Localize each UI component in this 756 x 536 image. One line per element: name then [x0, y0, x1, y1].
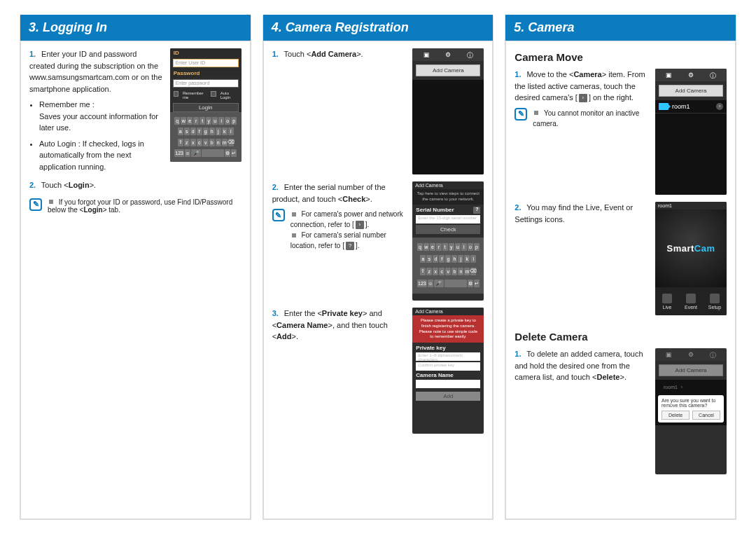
key-⇧[interactable]: ⇧	[178, 139, 183, 146]
key-n[interactable]: n	[458, 268, 463, 275]
key-o[interactable]: o	[225, 117, 230, 125]
key-↵[interactable]: ↵	[474, 280, 479, 287]
key-w[interactable]: w	[424, 243, 429, 251]
key-p[interactable]: p	[231, 117, 237, 125]
key-j[interactable]: j	[216, 128, 221, 135]
pk-input2[interactable]: Confirm private key	[416, 362, 480, 371]
key-u[interactable]: u	[212, 117, 218, 125]
key-⚙[interactable]: ⚙	[468, 280, 473, 287]
key-t[interactable]: t	[442, 243, 448, 251]
key-e[interactable]: e	[430, 243, 435, 251]
key-c[interactable]: c	[439, 268, 444, 275]
serial-input[interactable]: Enter the 15-digit serial number	[416, 215, 480, 224]
key-　[interactable]	[202, 149, 224, 157]
key-h[interactable]: h	[209, 128, 215, 135]
key-q[interactable]: q	[417, 243, 423, 251]
key-⌫[interactable]: ⌫	[228, 139, 234, 146]
key-z[interactable]: z	[426, 268, 432, 275]
delete-button[interactable]: Delete	[662, 411, 690, 420]
key-f[interactable]: f	[439, 255, 444, 263]
pk-input1[interactable]: Enter 1~8 alphanumeric characters.	[416, 352, 480, 361]
key-k[interactable]: k	[222, 128, 227, 135]
camera-row-room1[interactable]: room1 ›	[655, 100, 727, 114]
key-d[interactable]: d	[433, 255, 438, 263]
keyboard[interactable]: qwertyuiop asdfghjkl ⇧zxcvbnm⌫ 123☺🎤⚙↵	[412, 238, 484, 294]
camera-tab-icon[interactable]: ▣	[423, 51, 430, 58]
key-123[interactable]: 123	[174, 149, 184, 157]
key-x[interactable]: x	[190, 139, 196, 146]
key-n[interactable]: n	[216, 139, 221, 146]
keyboard[interactable]: qwertyuiop asdfghjkl ⇧zxcvbnm⌫ 123☺🎤⚙↵	[170, 112, 241, 162]
chevron-right-icon[interactable]: ›	[716, 103, 723, 110]
key-　[interactable]	[444, 280, 467, 287]
key-123[interactable]: 123	[417, 280, 427, 287]
key-⚙[interactable]: ⚙	[225, 149, 230, 157]
key-⌫[interactable]: ⌫	[470, 268, 476, 275]
key-s[interactable]: s	[184, 128, 190, 135]
key-i[interactable]: i	[218, 117, 224, 125]
checkbox-auto[interactable]	[211, 91, 216, 97]
key-🎤[interactable]: 🎤	[191, 149, 201, 157]
key-v[interactable]: v	[203, 139, 209, 146]
cn-input[interactable]	[416, 380, 480, 388]
ss-id-input[interactable]: Enter User ID	[173, 59, 239, 67]
checkbox-remember[interactable]	[174, 91, 178, 97]
key-o[interactable]: o	[468, 243, 473, 251]
camera-tab-icon[interactable]: ▣	[666, 71, 673, 78]
key-p[interactable]: p	[474, 243, 479, 251]
key-s[interactable]: s	[426, 255, 432, 263]
key-m[interactable]: m	[222, 139, 227, 146]
key-g[interactable]: g	[445, 255, 451, 263]
key-l[interactable]: l	[228, 128, 234, 135]
key-q[interactable]: q	[174, 117, 180, 125]
key-w[interactable]: w	[181, 117, 186, 125]
key-i[interactable]: i	[461, 243, 467, 251]
gear-icon[interactable]: ⚙	[444, 51, 451, 58]
add-camera-button[interactable]: Add Camera	[659, 85, 723, 97]
gear-icon[interactable]: ⚙	[687, 71, 694, 78]
key-y[interactable]: y	[206, 117, 211, 125]
key-b[interactable]: b	[451, 268, 457, 275]
step-number: 2.	[514, 202, 524, 214]
key-c[interactable]: c	[197, 139, 202, 146]
key-z[interactable]: z	[184, 139, 190, 146]
key-v[interactable]: v	[445, 268, 451, 275]
login-button[interactable]: Login	[173, 103, 239, 112]
key-⇧[interactable]: ⇧	[420, 268, 426, 275]
key-l[interactable]: l	[470, 255, 476, 263]
key-g[interactable]: g	[203, 128, 209, 135]
key-x[interactable]: x	[433, 268, 438, 275]
info-icon[interactable]: ⓘ	[467, 51, 474, 58]
cancel-button[interactable]: Cancel	[692, 411, 720, 420]
key-t[interactable]: t	[200, 117, 205, 125]
key-f[interactable]: f	[197, 128, 202, 135]
key-u[interactable]: u	[455, 243, 461, 251]
key-b[interactable]: b	[209, 139, 215, 146]
key-m[interactable]: m	[464, 268, 470, 275]
key-☺[interactable]: ☺	[185, 149, 190, 157]
key-e[interactable]: e	[187, 117, 192, 125]
key-k[interactable]: k	[464, 255, 470, 263]
setup-tab[interactable]: Setup	[703, 287, 727, 315]
key-y[interactable]: y	[449, 243, 454, 251]
key-r[interactable]: r	[436, 243, 442, 251]
ss-topmsg[interactable]: Tap here to view steps to connect the ca…	[412, 189, 484, 205]
key-h[interactable]: h	[451, 255, 457, 263]
key-☺[interactable]: ☺	[428, 280, 433, 287]
key-a[interactable]: a	[420, 255, 426, 263]
key-r[interactable]: r	[193, 117, 199, 125]
key-🎤[interactable]: 🎤	[434, 280, 444, 287]
key-a[interactable]: a	[178, 128, 183, 135]
key-j[interactable]: j	[458, 255, 463, 263]
live-tab[interactable]: Live	[655, 287, 679, 315]
key-↵[interactable]: ↵	[231, 149, 237, 157]
ss-id-label: ID	[170, 48, 241, 57]
check-button[interactable]: Check	[416, 225, 480, 234]
add-camera-button[interactable]: Add Camera	[416, 64, 480, 76]
info-icon[interactable]: ⓘ	[709, 71, 716, 78]
key-d[interactable]: d	[190, 128, 196, 135]
event-tab[interactable]: Event	[679, 287, 703, 315]
question-icon[interactable]: ?	[473, 207, 480, 214]
add-button[interactable]: Add	[416, 392, 480, 401]
ss-pw-input[interactable]: Enter password	[173, 79, 239, 88]
